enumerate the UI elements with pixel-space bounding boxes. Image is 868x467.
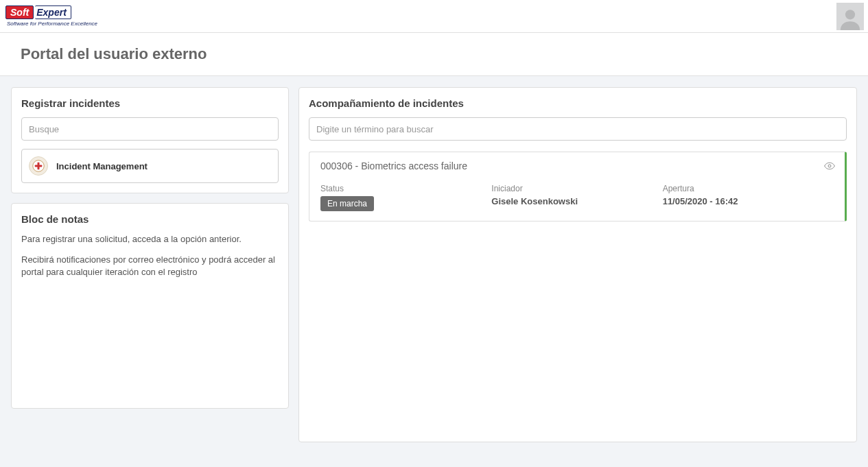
- initiator-label: Iniciador: [491, 184, 662, 193]
- page-title: Portal del usuario externo: [21, 45, 847, 63]
- register-panel-title: Registrar incidentes: [21, 97, 279, 109]
- user-avatar[interactable]: [836, 3, 864, 30]
- logo-tagline: Software for Performance Excellence: [7, 21, 97, 27]
- incident-title: 000306 - Biometrics access failure: [320, 160, 834, 171]
- notes-paragraph-1: Para registrar una solicitud, acceda a l…: [21, 233, 279, 246]
- incident-management-category[interactable]: Incident Management: [21, 149, 279, 183]
- register-search-input[interactable]: [21, 117, 279, 141]
- register-incidents-panel: Registrar incidentes Incident Management: [11, 87, 289, 193]
- tracking-search-input[interactable]: [309, 117, 847, 141]
- category-label: Incident Management: [56, 161, 148, 171]
- incident-tracking-panel: Acompañamiento de incidentes 000306 - Bi…: [298, 87, 857, 442]
- svg-point-4: [828, 165, 831, 167]
- svg-rect-3: [35, 165, 43, 167]
- notes-panel: Bloc de notas Para registrar una solicit…: [11, 203, 289, 409]
- tracking-panel-title: Acompañamiento de incidentes: [309, 97, 847, 109]
- notes-panel-title: Bloc de notas: [21, 213, 279, 225]
- initiator-value: Gisele Kosenkowski: [491, 196, 662, 206]
- svg-point-0: [845, 10, 855, 19]
- app-logo: Soft Expert Software for Performance Exc…: [5, 5, 97, 27]
- logo-part1: Soft: [5, 5, 34, 19]
- incident-card[interactable]: 000306 - Biometrics access failure Statu…: [309, 152, 847, 221]
- status-badge: En marcha: [320, 196, 374, 211]
- notes-paragraph-2: Recibirá notificaciones por correo elect…: [21, 254, 279, 278]
- opened-label: Apertura: [663, 184, 834, 193]
- status-label: Status: [320, 184, 491, 193]
- view-icon[interactable]: [824, 162, 835, 172]
- opened-value: 11/05/2020 - 16:42: [663, 196, 834, 206]
- incident-management-icon: [29, 156, 48, 176]
- logo-part2: Expert: [35, 5, 71, 19]
- user-icon: [838, 7, 862, 30]
